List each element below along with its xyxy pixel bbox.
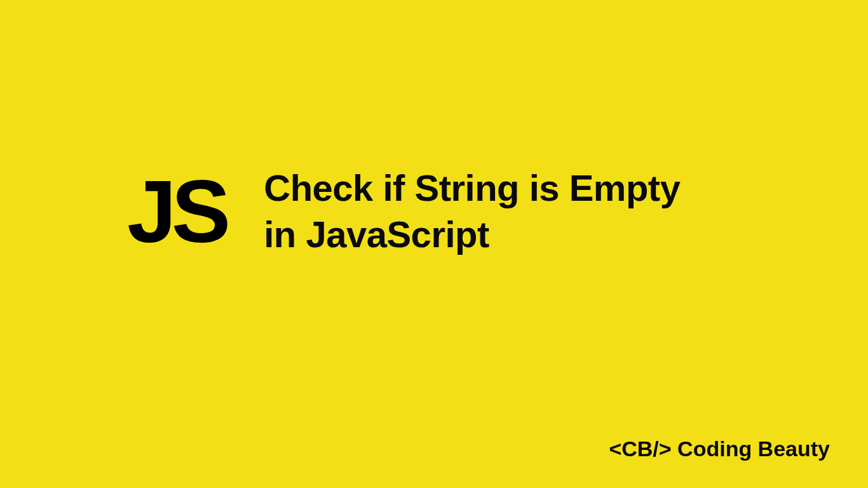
brand-text: <CB/> Coding Beauty xyxy=(609,437,830,461)
js-logo-text: JS xyxy=(127,161,226,261)
brand-signature: <CB/> Coding Beauty xyxy=(609,437,830,461)
page-title: Check if String is Empty in JavaScript xyxy=(264,165,680,257)
js-logo: JS xyxy=(127,167,226,256)
title-line-1: Check if String is Empty xyxy=(264,167,680,208)
main-content: JS Check if String is Empty in JavaScrip… xyxy=(127,165,680,257)
title-line-2: in JavaScript xyxy=(264,214,489,255)
